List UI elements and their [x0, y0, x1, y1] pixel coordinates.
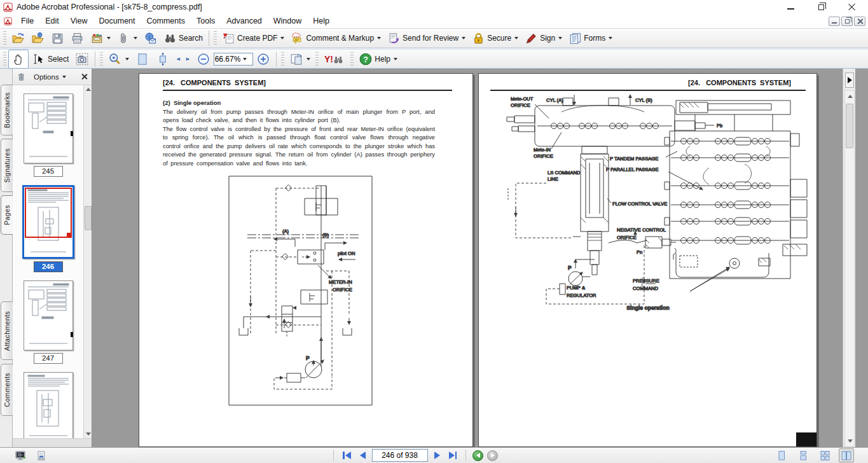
zoom-out-button[interactable] — [193, 50, 214, 69]
dropdown-caret-icon — [514, 37, 518, 39]
thumbnail-scrollbar[interactable] — [83, 85, 92, 438]
options-menu-button[interactable]: Options — [34, 73, 66, 81]
previous-view-button[interactable] — [472, 450, 483, 461]
menu-view[interactable]: View — [65, 15, 93, 27]
secure-button[interactable]: Secure — [469, 29, 521, 48]
continuous-facing-icon — [820, 450, 830, 461]
doc-restore-button[interactable] — [841, 17, 853, 26]
tab-bookmarks[interactable]: Bookmarks — [1, 85, 13, 135]
single-page-layout-button[interactable] — [774, 448, 789, 462]
fit-height-button[interactable] — [153, 50, 173, 69]
scroll-up-button[interactable] — [846, 92, 853, 100]
select-label: Select — [48, 55, 69, 64]
select-tool-button[interactable]: Select — [29, 50, 72, 69]
tab-signatures[interactable]: Signatures — [1, 139, 13, 192]
thumbnail-247[interactable]: 247 — [13, 280, 83, 364]
toolbar-grip[interactable] — [281, 52, 284, 66]
menu-advanced[interactable]: Advanced — [221, 15, 268, 27]
pages-panel: Options 245 — [13, 69, 92, 447]
print-button[interactable] — [67, 29, 87, 48]
continuous-facing-layout-button[interactable] — [817, 448, 832, 462]
window-close-button[interactable] — [846, 2, 857, 12]
menu-tools[interactable]: Tools — [191, 15, 221, 27]
fit-page-button[interactable] — [132, 50, 153, 69]
menu-window[interactable]: Window — [268, 15, 307, 27]
yahoo-toolbar-button[interactable]: Y! — [320, 50, 348, 68]
thumbnail-245[interactable]: 245 — [13, 93, 83, 177]
zoom-level-input[interactable] — [214, 55, 242, 64]
help-button[interactable]: ? Help — [355, 50, 401, 69]
dropdown-caret-icon — [377, 37, 381, 39]
search-button[interactable]: Search — [160, 29, 206, 48]
toolbar-grip[interactable] — [350, 52, 354, 66]
menu-file[interactable]: File — [15, 15, 39, 27]
tab-attachments[interactable]: Attachments — [1, 301, 13, 360]
next-page-button[interactable] — [432, 450, 443, 460]
zoom-tool-button[interactable] — [105, 50, 132, 69]
next-view-button[interactable] — [487, 450, 498, 461]
page-layout-button[interactable] — [286, 50, 313, 69]
toolbar-grip[interactable] — [214, 31, 217, 45]
menu-help[interactable]: Help — [307, 15, 335, 27]
attach-button[interactable] — [114, 29, 141, 48]
trash-icon[interactable] — [17, 72, 26, 82]
fit-width-button[interactable] — [173, 50, 193, 69]
fit-height-icon — [156, 52, 170, 66]
thumbnail-248[interactable]: 248 — [13, 372, 83, 438]
organizer-button[interactable] — [87, 29, 114, 48]
menu-comments[interactable]: Comments — [141, 15, 191, 27]
comment-markup-button[interactable]: Comment & Markup — [287, 29, 384, 48]
scroll-up-button[interactable] — [85, 85, 92, 93]
sign-button[interactable]: Sign — [521, 29, 565, 48]
tab-pages[interactable]: Pages — [1, 195, 13, 235]
email-button[interactable] — [141, 29, 160, 48]
toolbar-grip[interactable] — [3, 31, 6, 45]
pdf-page-247[interactable]: [24. COMPONENTS SYSTEM] — [478, 73, 817, 447]
svg-text:?: ? — [363, 55, 368, 64]
toolbar-grip[interactable] — [3, 52, 6, 66]
hand-tool-button[interactable] — [8, 50, 29, 69]
fit-width-icon — [176, 52, 190, 66]
snapshot-button[interactable] — [72, 50, 92, 69]
scroll-down-button[interactable] — [846, 437, 853, 445]
send-review-button[interactable]: Send for Review — [384, 29, 469, 48]
zoom-level-field[interactable] — [214, 53, 253, 66]
pdf-page-246[interactable]: [24. COMPONENTS SYSTEM] (2) Single opera… — [139, 73, 473, 447]
doc-minimize-button[interactable] — [829, 17, 840, 26]
toolbar-grip[interactable] — [100, 52, 103, 66]
reading-mode-icon[interactable] — [14, 450, 27, 462]
thumbnail-246-selected[interactable]: 246 — [13, 185, 83, 272]
body-paragraph-1: The delivery oil from pump passes throug… — [163, 108, 435, 125]
create-pdf-button[interactable]: Create PDF — [219, 29, 287, 48]
tab-comments[interactable]: Comments — [1, 364, 13, 416]
toolbar-grip[interactable] — [315, 52, 319, 66]
status-bar — [0, 447, 868, 463]
save-button[interactable] — [48, 29, 67, 48]
doc-close-button[interactable] — [854, 17, 865, 26]
last-page-button[interactable] — [446, 450, 460, 460]
scroll-down-button[interactable] — [85, 430, 92, 438]
forms-button[interactable]: Forms — [565, 29, 616, 48]
window-restore-button[interactable] — [816, 2, 826, 12]
zoom-in-button[interactable] — [253, 50, 273, 69]
page-number-input[interactable] — [373, 450, 427, 461]
first-page-button[interactable] — [340, 450, 354, 460]
menu-document[interactable]: Document — [93, 15, 141, 27]
scrollbar-thumb[interactable] — [85, 206, 92, 230]
pane-toggle-button[interactable] — [845, 73, 854, 88]
scrollbar-thumb[interactable] — [846, 104, 853, 148]
doc-status-icon[interactable] — [36, 450, 47, 462]
panel-close-button[interactable] — [81, 73, 88, 80]
previous-page-button[interactable] — [357, 450, 368, 460]
window-minimize-button[interactable] — [785, 2, 796, 12]
vertical-scrollbar[interactable] — [844, 90, 855, 447]
panel-resize-strip[interactable] — [13, 438, 92, 447]
prev-page-icon — [360, 452, 366, 459]
page-number-field[interactable] — [372, 449, 428, 462]
open-web-button[interactable] — [28, 29, 48, 48]
menu-edit[interactable]: Edit — [39, 15, 65, 27]
continuous-layout-button[interactable] — [796, 448, 811, 462]
open-button[interactable] — [8, 29, 28, 48]
print-icon — [71, 32, 84, 45]
facing-layout-button[interactable] — [839, 448, 854, 462]
